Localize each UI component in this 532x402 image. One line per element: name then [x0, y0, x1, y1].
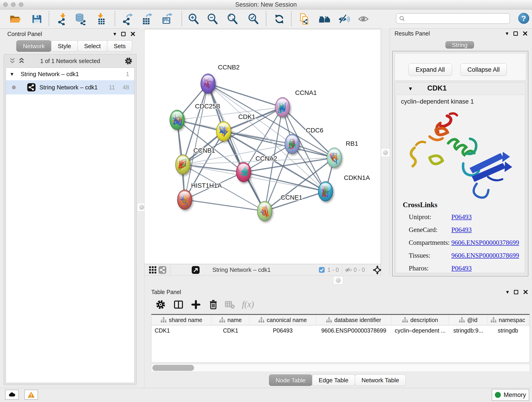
tab-sets[interactable]: Sets: [107, 40, 132, 52]
expand-all-button[interactable]: Expand All: [409, 64, 452, 76]
node-CCNA2[interactable]: [236, 162, 251, 182]
edge-CCNB1-CCNA2[interactable]: [183, 165, 244, 172]
crosslink-link[interactable]: P06493: [451, 264, 472, 272]
zoom-out-button[interactable]: [206, 12, 219, 26]
import-network-button[interactable]: [56, 12, 70, 26]
import-network-from-database-button[interactable]: [74, 12, 87, 26]
fit-content-crosshair-icon[interactable]: [373, 265, 382, 274]
node-CDKN1A[interactable]: [318, 182, 333, 201]
table-panel-float-icon[interactable]: [514, 290, 518, 294]
tab-network[interactable]: Network: [16, 40, 51, 52]
tab-style[interactable]: Style: [51, 40, 78, 52]
table-cell[interactable]: cyclin–dependent ...: [392, 325, 449, 336]
column-header-canonical-name[interactable]: canonical name: [249, 315, 316, 325]
export-network-button[interactable]: [121, 12, 134, 26]
node-CDC25B[interactable]: [170, 110, 184, 130]
network-row-selected[interactable]: String Network – cdk1 11 48: [6, 80, 134, 95]
table-cell[interactable]: CDK1: [212, 325, 249, 336]
network-options-gear-icon[interactable]: [124, 57, 133, 65]
results-panel-float-icon[interactable]: [513, 32, 518, 36]
table-cell[interactable]: CDK1: [152, 325, 212, 336]
node-CDK1[interactable]: [216, 121, 231, 141]
table-splitter-handle[interactable]: [333, 276, 343, 284]
crosslink-link[interactable]: P06493: [451, 213, 472, 221]
column-header-shared-name[interactable]: shared name: [152, 315, 212, 325]
table-cell[interactable]: P06493: [249, 325, 316, 336]
table-cell[interactable]: 9606.ENSP00000378699: [316, 325, 392, 336]
show-hide-graphics-button[interactable]: [337, 12, 351, 26]
node-RB1[interactable]: [327, 148, 342, 167]
show-columns-icon[interactable]: [172, 298, 185, 311]
network-collection-row[interactable]: ▾ String Network – cdk1 1: [6, 68, 134, 80]
delete-column-trash-icon[interactable]: [207, 298, 220, 311]
table-cell[interactable]: stringdb:9...: [449, 325, 488, 336]
edge-HIST1H1A-CCNE1[interactable]: [185, 200, 265, 211]
right-splitter-handle[interactable]: [381, 148, 390, 157]
column-header--id[interactable]: @id: [449, 315, 488, 325]
zoom-in-button[interactable]: [187, 12, 200, 26]
network-view-canvas[interactable]: CCNB2CCNA1CDC25BCDK1CDC6RB1CCNB1CCNA2CDK…: [144, 29, 381, 264]
export-image-button[interactable]: [160, 12, 174, 26]
control-panel-float-icon[interactable]: [121, 32, 126, 36]
results-panel-menu-icon[interactable]: ▾: [506, 31, 508, 36]
cloud-button[interactable]: [5, 390, 19, 400]
tab-node-table[interactable]: Node Table: [269, 375, 312, 386]
memory-indicator[interactable]: Memory: [492, 389, 529, 401]
zoom-fit-button[interactable]: [226, 12, 239, 26]
save-session-button[interactable]: [30, 12, 44, 26]
gene-entry-header[interactable]: ▾ CDK1: [395, 82, 526, 95]
toolbar-divider: [266, 11, 266, 26]
table-options-gear-icon[interactable]: [154, 298, 167, 311]
export-table-button[interactable]: [140, 12, 153, 26]
node-CDC6[interactable]: [285, 134, 299, 154]
clone-network-button[interactable]: [298, 12, 311, 26]
table-panel-menu-icon[interactable]: ▾: [506, 289, 509, 295]
hidden-eye-slash-icon[interactable]: [345, 267, 352, 274]
table-panel-close-icon[interactable]: [523, 290, 528, 294]
crosslink-link[interactable]: P06493: [451, 226, 472, 234]
scrollbar-thumb[interactable]: [152, 365, 194, 371]
column-header-description[interactable]: description: [392, 315, 449, 325]
search-input[interactable]: [407, 15, 510, 22]
delete-table-icon[interactable]: [224, 298, 236, 311]
table-horizontal-scrollbar[interactable]: [151, 364, 530, 372]
results-panel-close-icon[interactable]: [523, 31, 527, 36]
help-button[interactable]: ?: [518, 13, 529, 24]
node-HIST1H1A[interactable]: [177, 190, 192, 210]
import-table-button[interactable]: [94, 12, 108, 26]
column-header-database-identifier[interactable]: database identifier: [316, 315, 392, 325]
function-builder-button[interactable]: f(x): [241, 299, 255, 309]
table-row[interactable]: CDK1CDK1P064939606.ENSP00000378699cyclin…: [152, 325, 530, 336]
tab-string[interactable]: String: [445, 41, 474, 49]
open-session-button[interactable]: [9, 12, 22, 26]
column-header-name[interactable]: name: [212, 315, 249, 325]
node-CCNA1[interactable]: [275, 97, 290, 117]
node-CCNB1[interactable]: [176, 155, 190, 174]
zoom-selected-button[interactable]: [247, 12, 260, 26]
crosslink-link[interactable]: 9606.ENSP00000378699: [451, 239, 519, 246]
control-panel: Control Panel ▾ NetworkStyleSelectSets 1…: [2, 30, 138, 386]
table-cell[interactable]: stringdb: [488, 325, 528, 336]
apply-layout-button[interactable]: [273, 12, 286, 26]
first-neighbors-button[interactable]: [318, 12, 331, 26]
warnings-button[interactable]: [24, 390, 38, 400]
tab-network-table[interactable]: Network Table: [355, 375, 406, 386]
edge-CCNA2-CDKN1A[interactable]: [244, 172, 326, 191]
tab-select[interactable]: Select: [77, 40, 107, 52]
network-badge-icon[interactable]: [158, 266, 167, 274]
collection-expand-icon[interactable]: ▾: [11, 68, 13, 80]
control-panel-close-icon[interactable]: [131, 32, 135, 36]
birds-eye-grid-icon[interactable]: [149, 266, 157, 274]
gene-expand-icon[interactable]: ▾: [409, 85, 412, 92]
selected-checkbox-icon[interactable]: [319, 267, 325, 273]
node-CCNB2[interactable]: [201, 74, 215, 94]
column-header-namespac[interactable]: namespac: [488, 315, 528, 325]
show-graphics-details-button[interactable]: [357, 12, 370, 26]
tab-edge-table[interactable]: Edge Table: [312, 375, 355, 386]
node-CCNE1[interactable]: [257, 201, 272, 221]
create-column-plus-icon[interactable]: [190, 298, 202, 311]
open-in-browser-icon[interactable]: [191, 266, 200, 274]
collapse-all-button[interactable]: Collapse All: [460, 64, 507, 76]
crosslink-link[interactable]: 9606.ENSP00000378699: [451, 252, 519, 259]
control-panel-menu-icon[interactable]: ▾: [114, 31, 116, 37]
